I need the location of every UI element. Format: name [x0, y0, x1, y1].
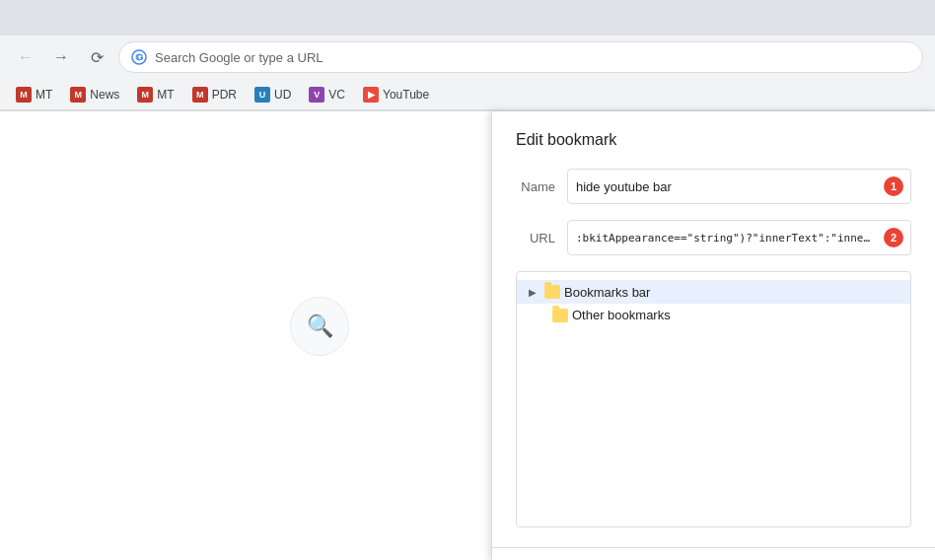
- tree-item-other-bookmarks[interactable]: Other bookmarks: [517, 304, 910, 326]
- folder-tree: ▶ Bookmarks bar Other bookmarks: [516, 271, 911, 527]
- favicon-mt2: M: [137, 87, 153, 103]
- google-logo: G: [131, 49, 147, 65]
- name-label: Name: [516, 179, 555, 194]
- browser-chrome: ← → ⟳ G Search Google or type a URL M MT…: [0, 0, 935, 111]
- bookmark-mt2-label: MT: [157, 88, 174, 102]
- bookmark-mt2[interactable]: M MT: [129, 83, 181, 106]
- name-badge: 1: [884, 176, 903, 196]
- page-content: 🔍 Edit bookmark Name 1 URL 2: [0, 111, 935, 560]
- favicon-vc: V: [309, 87, 324, 103]
- search-area: 🔍: [290, 297, 357, 356]
- folder-icon-bookmarks: [544, 285, 560, 299]
- favicon-pdr: M: [192, 87, 208, 103]
- bookmark-pdr[interactable]: M PDR: [184, 83, 245, 106]
- forward-button[interactable]: →: [47, 43, 75, 71]
- address-text: Search Google or type a URL: [155, 50, 324, 65]
- nav-bar: ← → ⟳ G Search Google or type a URL: [0, 35, 935, 79]
- bookmark-vc[interactable]: V VC: [301, 83, 353, 106]
- url-input[interactable]: [567, 220, 911, 255]
- bookmark-youtube-label: YouTube: [383, 88, 429, 102]
- name-input[interactable]: [567, 169, 911, 204]
- url-badge: 2: [884, 228, 903, 247]
- favicon-ud: U: [254, 87, 270, 103]
- favicon-mt1: M: [16, 87, 32, 103]
- favicon-youtube: ▶: [363, 87, 379, 103]
- dialog-footer: New folder Save 3 Cancel: [492, 547, 935, 560]
- dialog-body: Edit bookmark Name 1 URL 2 ▶: [492, 111, 935, 547]
- bookmark-news[interactable]: M News: [62, 83, 127, 106]
- back-button[interactable]: ←: [12, 43, 39, 71]
- tab-bar: [0, 0, 935, 35]
- url-label: URL: [516, 231, 555, 245]
- address-bar[interactable]: G Search Google or type a URL: [118, 41, 923, 73]
- other-bookmarks-label: Other bookmarks: [572, 308, 671, 322]
- edit-bookmark-dialog: Edit bookmark Name 1 URL 2 ▶: [491, 111, 935, 560]
- url-input-wrapper: 2: [567, 220, 911, 255]
- bookmark-pdr-label: PDR: [212, 88, 237, 102]
- dialog-title: Edit bookmark: [516, 131, 911, 149]
- bookmark-vc-label: VC: [328, 88, 345, 102]
- bookmark-mt1-label: MT: [36, 88, 52, 102]
- refresh-button[interactable]: ⟳: [83, 43, 110, 71]
- bookmark-ud[interactable]: U UD: [247, 83, 299, 106]
- search-circle[interactable]: 🔍: [290, 297, 349, 356]
- bookmarks-bar-label: Bookmarks bar: [564, 285, 650, 300]
- favicon-news: M: [70, 87, 86, 103]
- bookmark-ud-label: UD: [274, 88, 291, 102]
- bookmark-news-label: News: [90, 88, 119, 102]
- name-row: Name 1: [516, 169, 911, 204]
- bookmark-mt1[interactable]: M MT: [8, 83, 60, 106]
- name-input-wrapper: 1: [567, 169, 911, 204]
- bookmarks-bar: M MT M News M MT M PDR U UD V VC ▶ YouTu…: [0, 79, 935, 110]
- folder-icon-other: [552, 309, 568, 322]
- bookmark-youtube[interactable]: ▶ YouTube: [355, 83, 437, 106]
- tree-item-bookmarks-bar[interactable]: ▶ Bookmarks bar: [517, 280, 910, 304]
- url-row: URL 2: [516, 220, 911, 255]
- tree-arrow-bookmarks: ▶: [525, 284, 540, 300]
- svg-text:G: G: [137, 52, 144, 62]
